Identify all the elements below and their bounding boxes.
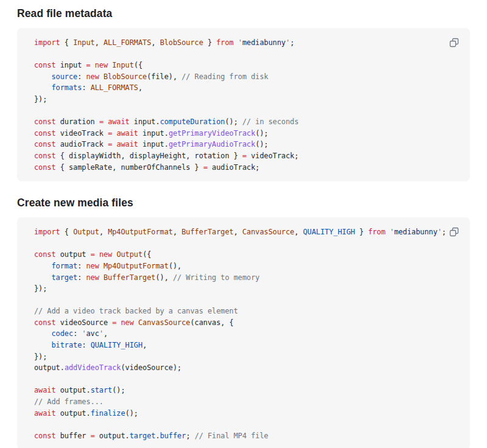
code-token: , [151,38,159,47]
code-line: const input = new Input({ [34,60,461,71]
copy-icon [449,37,460,48]
code-line: const { displayWidth, displayHeight, rot… [34,150,461,162]
code-token: const [34,140,56,149]
code-token: const [34,250,56,259]
code-token [34,341,52,349]
code-token: await [34,386,56,394]
code-token: input [56,61,86,69]
code-token: // Writing to memory [173,273,260,282]
code-token: (); [225,117,243,126]
code-line: }); [34,351,461,363]
code-line: const duration = await input.computeDura… [34,116,461,128]
code-token: . [156,432,160,440]
code-token: format [52,262,78,270]
code-token: { [60,228,73,236]
code-line: // Add frames... [34,396,461,408]
code-token: BlobSource [160,38,203,47]
code-token [34,273,52,282]
code-token: from [368,228,386,236]
code-token [34,262,52,270]
code-token [116,318,121,327]
code-token: BlobSource [103,72,147,81]
code-line [34,105,461,117]
section-heading-create-new-media-files: Create new media files [17,197,470,209]
code-token: addVideoTrack [65,363,121,372]
copy-icon [449,226,460,237]
code-token: import [34,228,60,236]
code-token: target [130,432,156,440]
code-line: }); [34,94,461,105]
code-token: audioTrack [56,140,108,149]
code-token: ; [186,432,194,440]
code-token: ALL_FORMATS [103,38,151,47]
code-line: formats: ALL_FORMATS, [34,82,461,94]
code-token: } [203,38,216,47]
code-token: source [52,72,78,81]
code-token: (); [255,140,268,149]
code-line: await output.finalize(); [34,408,461,419]
code-token: // Add frames... [34,397,103,406]
code-token: (); [125,409,138,418]
code-token: BufferTarget [181,228,234,236]
code-line: const buffer = output.target.buffer; // … [34,430,461,442]
code-line: // Add a video track backed by a canvas … [34,306,461,317]
code-token: getPrimaryVideoTrack [169,129,256,138]
code-token: mediabunny [242,38,286,47]
code-line: target: new BufferTarget(), // Writing t… [34,272,461,284]
code-token: const [34,318,56,327]
code-token: (canvas, { [191,318,234,327]
code-line: const { sampleRate, numberOfChannels } =… [34,162,461,173]
code-token [95,250,99,259]
code-token: mediabunny [394,228,437,236]
code-token: start [91,386,113,394]
code-token: input. [130,117,160,126]
code-token: // Reading from disk [181,72,268,81]
code-token: QUALITY_HIGH [303,228,356,236]
code-token: : [77,273,86,282]
code-line [34,49,461,60]
code-line: import { Output, Mp4OutputFormat, Buffer… [34,226,461,238]
code-block: import { Input, ALL_FORMATS, BlobSource … [17,28,470,181]
code-token: , [99,228,108,236]
code-token: // Add a video track backed by a canvas … [34,307,238,315]
code-token [99,273,103,282]
code-token: , [295,228,303,236]
code-token: = [99,117,103,126]
code-token: (); [255,129,268,138]
code-token: { [60,38,73,47]
code-token: , [234,228,242,236]
copy-code-button[interactable] [446,35,462,51]
code-token [34,72,52,81]
section-create-new-media-files: Create new media files import { Output, … [17,197,470,448]
code-token: getPrimaryAudioTrack [169,140,256,149]
code-token: }); [34,352,47,361]
code-line: codec: 'avc', [34,328,461,340]
code-line: const videoTrack = await input.getPrimar… [34,128,461,139]
code-token: input. [138,129,169,138]
code-token: = [86,61,91,69]
code-token: finalize [91,409,125,418]
code-token: videoTrack; [247,152,299,160]
code-token: ; [442,228,446,236]
code-token: Output [116,250,142,259]
code-token [91,61,95,69]
code-token: : [73,329,82,338]
code-token: formats [52,83,82,92]
code-token: ' [82,329,86,338]
code-token: buffer [56,432,91,440]
code-token [34,329,52,338]
code-token: { sampleRate, numberOfChannels } [56,163,203,172]
code-token: new [86,273,99,282]
code-token: output. [56,386,91,394]
section-heading-read-file-metadata: Read file metadata [17,7,470,20]
code-token: (), [169,262,181,270]
code-token: ({ [134,61,142,69]
code-token: from [216,38,234,47]
code-token: : [82,83,90,92]
code-token: const [34,61,56,69]
code-token: input. [138,140,169,149]
code-token: , [138,83,142,92]
code-token: : [77,72,86,81]
code-token: await [108,117,130,126]
copy-code-button[interactable] [446,224,462,240]
